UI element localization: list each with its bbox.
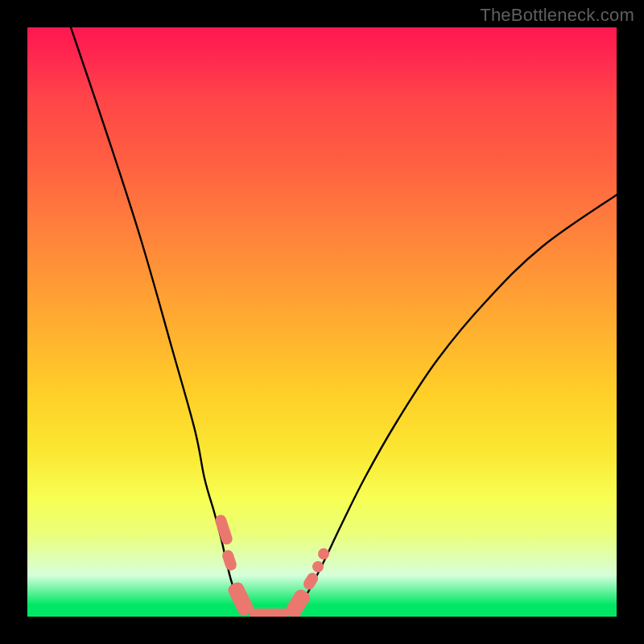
curve-marker xyxy=(250,609,288,617)
watermark-text: TheBottleneck.com xyxy=(480,5,634,26)
gradient-plot-area xyxy=(27,27,617,617)
bottleneck-curve xyxy=(27,27,617,617)
chart-frame: TheBottleneck.com xyxy=(0,0,644,644)
